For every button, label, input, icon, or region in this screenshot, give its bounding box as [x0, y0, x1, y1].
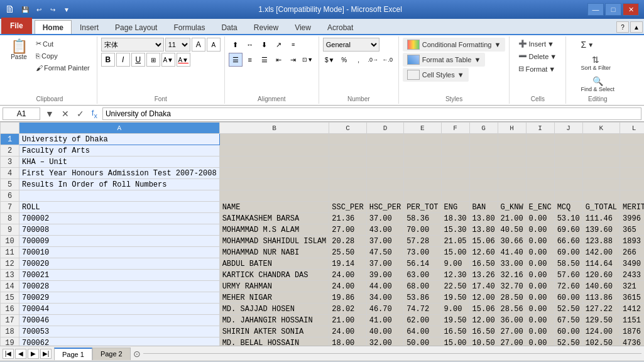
sheet-tab-page2[interactable]: Page 2	[92, 348, 131, 360]
redo-quick-btn[interactable]: ↪	[46, 4, 59, 15]
merge-center-btn[interactable]: ⊡▼	[301, 53, 315, 67]
cell[interactable]: 0.00	[526, 337, 554, 346]
cell[interactable]	[366, 145, 403, 156]
cell[interactable]: 25.50	[329, 247, 366, 258]
align-left-btn[interactable]: ☰	[229, 53, 243, 67]
cell[interactable]: 21.00	[498, 213, 526, 224]
cell[interactable]: 0.00	[526, 304, 554, 315]
cell[interactable]: 68.00	[404, 281, 441, 292]
cell[interactable]: 24.00	[329, 326, 366, 337]
cell[interactable]: Results In Order of Roll Numbers	[19, 179, 220, 190]
cell[interactable]: 700029	[19, 292, 220, 304]
increase-font-btn[interactable]: A	[192, 38, 205, 52]
cell[interactable]: MCQ	[554, 202, 582, 213]
cell[interactable]: 19.86	[329, 292, 366, 304]
cell[interactable]	[554, 156, 582, 168]
row-header-14[interactable]: 14	[1, 281, 19, 292]
bold-button[interactable]: B	[101, 53, 115, 67]
cell[interactable]: 18.00	[329, 337, 366, 346]
cell-reference-input[interactable]	[3, 107, 40, 120]
cell[interactable]: University of Dhaka	[19, 134, 220, 145]
cell-styles-button[interactable]: Cell Styles ▼	[403, 68, 469, 82]
paste-button[interactable]: 📋 Paste	[6, 38, 31, 62]
cell[interactable]	[219, 134, 329, 145]
col-header-b[interactable]: B	[219, 123, 329, 134]
cell[interactable]: KARTICK CHANDRA DAS	[219, 270, 329, 281]
cell[interactable]: 700021	[19, 270, 220, 281]
cell[interactable]	[498, 168, 526, 179]
cell[interactable]: 3490	[620, 258, 644, 270]
find-select-button[interactable]: 🔍 Find & Select	[578, 74, 618, 94]
cell[interactable]	[582, 156, 619, 168]
cell[interactable]	[582, 179, 619, 190]
sheet-tab-page1[interactable]: Page 1	[54, 348, 92, 360]
cell[interactable]: 12.30	[441, 270, 469, 281]
cell[interactable]: 20.28	[329, 236, 366, 247]
cell[interactable]	[620, 156, 644, 168]
cell[interactable]: 2433	[620, 270, 644, 281]
cell[interactable]: 365	[620, 224, 644, 236]
cell[interactable]: 74.72	[404, 304, 441, 315]
col-header-j[interactable]: J	[554, 123, 582, 134]
cell[interactable]	[366, 156, 403, 168]
cell[interactable]: 19.14	[329, 258, 366, 270]
cell[interactable]: 9.00	[441, 258, 469, 270]
row-header-1[interactable]: 1	[1, 134, 19, 145]
cell[interactable]: 0.00	[526, 326, 554, 337]
cell[interactable]	[620, 134, 644, 145]
cell[interactable]: 70.00	[404, 224, 441, 236]
cell[interactable]: 114.64	[582, 258, 619, 270]
cell[interactable]	[329, 145, 366, 156]
cell[interactable]: 19.50	[441, 292, 469, 304]
row-header-7[interactable]: 7	[1, 202, 19, 213]
cancel-input-icon[interactable]: ✕	[59, 109, 72, 119]
cell[interactable]	[526, 190, 554, 202]
cell[interactable]	[366, 190, 403, 202]
cell[interactable]: 27.00	[498, 326, 526, 337]
cell[interactable]: 1151	[620, 315, 644, 326]
cell[interactable]: 28.56	[498, 304, 526, 315]
cell[interactable]: 15.00	[441, 337, 469, 346]
cell[interactable]: 700053	[19, 326, 220, 337]
cell[interactable]	[366, 179, 403, 190]
col-header-g[interactable]: G	[469, 123, 498, 134]
cell[interactable]	[219, 190, 329, 202]
cell[interactable]: 17.40	[469, 281, 498, 292]
cell[interactable]: KHA – Unit	[19, 156, 220, 168]
cell[interactable]: PER_TOT	[404, 202, 441, 213]
cell[interactable]	[329, 190, 366, 202]
cell[interactable]	[498, 156, 526, 168]
undo-quick-btn[interactable]: ↩	[33, 4, 45, 15]
cell[interactable]: G_TOTAL	[582, 202, 619, 213]
cell[interactable]: 16.50	[469, 326, 498, 337]
cell[interactable]: 0.00	[526, 236, 554, 247]
new-sheet-btn[interactable]: ⊙	[133, 349, 141, 359]
cell[interactable]: 53.86	[404, 292, 441, 304]
cell[interactable]: BAN	[469, 202, 498, 213]
cell[interactable]	[404, 168, 441, 179]
cell[interactable]: MD. SAJJAD HOSEN	[219, 304, 329, 315]
insert-cells-button[interactable]: ➕ Insert ▼	[515, 38, 557, 50]
cell[interactable]: 18.30	[441, 213, 469, 224]
cell[interactable]	[469, 168, 498, 179]
cell[interactable]: 12.00	[469, 315, 498, 326]
cell[interactable]: 32.16	[498, 270, 526, 281]
cell[interactable]	[582, 134, 619, 145]
font-family-select[interactable]: 宋体	[101, 38, 164, 52]
align-top-btn[interactable]: ⬆	[229, 38, 243, 52]
cell[interactable]: 0.00	[526, 213, 554, 224]
cell[interactable]	[469, 145, 498, 156]
decrease-decimal-btn[interactable]: ←.0	[381, 53, 395, 67]
cell[interactable]	[554, 179, 582, 190]
cell[interactable]: 41.40	[498, 247, 526, 258]
cell[interactable]: 43.00	[366, 224, 403, 236]
cell[interactable]: 12.00	[469, 292, 498, 304]
cell[interactable]: 120.60	[582, 270, 619, 281]
cell[interactable]	[329, 179, 366, 190]
align-right-btn[interactable]: ☰	[258, 53, 271, 67]
tab-formulas[interactable]: Formulas	[165, 20, 213, 34]
cell[interactable]: 9.00	[441, 304, 469, 315]
cell[interactable]: 0.00	[526, 292, 554, 304]
cell[interactable]	[366, 134, 403, 145]
cell[interactable]: 72.60	[554, 281, 582, 292]
